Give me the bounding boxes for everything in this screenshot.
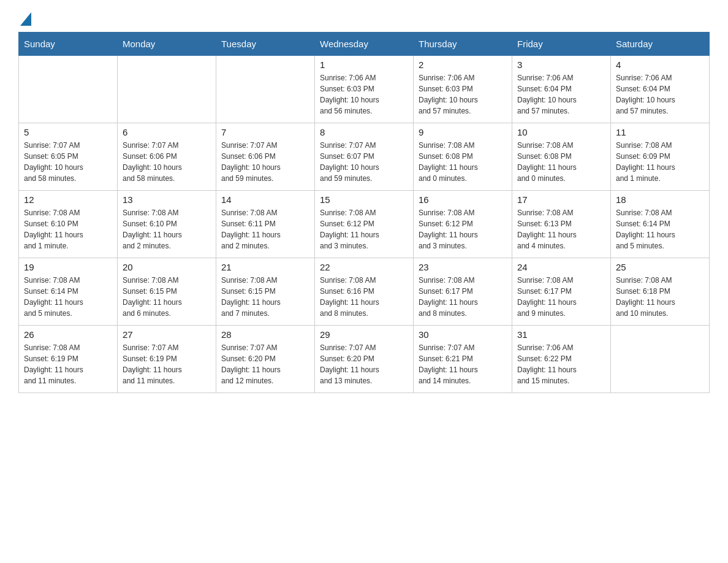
- day-info: Sunrise: 7:07 AMSunset: 6:06 PMDaylight:…: [123, 140, 211, 184]
- calendar-day-cell: 13Sunrise: 7:08 AMSunset: 6:10 PMDayligh…: [118, 191, 216, 258]
- col-header-friday: Friday: [512, 33, 611, 56]
- calendar-day-cell: 31Sunrise: 7:06 AMSunset: 6:22 PMDayligh…: [512, 326, 611, 393]
- calendar-table: SundayMondayTuesdayWednesdayThursdayFrid…: [18, 32, 710, 393]
- day-number: 30: [419, 329, 507, 340]
- calendar-day-cell: 23Sunrise: 7:08 AMSunset: 6:17 PMDayligh…: [414, 258, 512, 326]
- day-info: Sunrise: 7:08 AMSunset: 6:14 PMDaylight:…: [24, 275, 112, 319]
- day-info: Sunrise: 7:06 AMSunset: 6:04 PMDaylight:…: [517, 72, 605, 117]
- col-header-sunday: Sunday: [19, 33, 118, 56]
- calendar-day-cell: 7Sunrise: 7:07 AMSunset: 6:06 PMDaylight…: [216, 123, 315, 191]
- col-header-thursday: Thursday: [414, 33, 512, 56]
- day-number: 3: [517, 59, 605, 70]
- day-info: Sunrise: 7:07 AMSunset: 6:05 PMDaylight:…: [24, 140, 112, 184]
- day-number: 11: [616, 127, 704, 137]
- calendar-day-cell: 22Sunrise: 7:08 AMSunset: 6:16 PMDayligh…: [315, 258, 414, 326]
- svg-marker-0: [20, 12, 31, 26]
- calendar-week-row: 5Sunrise: 7:07 AMSunset: 6:05 PMDaylight…: [19, 123, 710, 191]
- calendar-week-row: 1Sunrise: 7:06 AMSunset: 6:03 PMDaylight…: [19, 56, 710, 123]
- calendar-day-cell: [19, 56, 118, 123]
- col-header-monday: Monday: [118, 33, 216, 56]
- calendar-day-cell: 2Sunrise: 7:06 AMSunset: 6:03 PMDaylight…: [414, 56, 512, 123]
- day-number: 17: [517, 194, 605, 205]
- logo: [18, 12, 31, 26]
- day-info: Sunrise: 7:08 AMSunset: 6:19 PMDaylight:…: [24, 342, 112, 386]
- day-info: Sunrise: 7:08 AMSunset: 6:18 PMDaylight:…: [616, 275, 704, 319]
- day-number: 2: [419, 59, 507, 70]
- day-number: 1: [320, 59, 408, 70]
- day-info: Sunrise: 7:07 AMSunset: 6:20 PMDaylight:…: [221, 342, 309, 386]
- day-number: 28: [221, 329, 309, 340]
- day-info: Sunrise: 7:06 AMSunset: 6:22 PMDaylight:…: [517, 342, 605, 386]
- day-info: Sunrise: 7:08 AMSunset: 6:15 PMDaylight:…: [123, 275, 211, 319]
- day-info: Sunrise: 7:08 AMSunset: 6:09 PMDaylight:…: [616, 140, 704, 184]
- day-number: 6: [123, 127, 211, 137]
- calendar-day-cell: 19Sunrise: 7:08 AMSunset: 6:14 PMDayligh…: [19, 258, 118, 326]
- day-info: Sunrise: 7:06 AMSunset: 6:04 PMDaylight:…: [616, 72, 704, 117]
- page-header: [18, 12, 710, 26]
- calendar-day-cell: 29Sunrise: 7:07 AMSunset: 6:20 PMDayligh…: [315, 326, 414, 393]
- day-number: 22: [320, 262, 408, 272]
- day-number: 26: [24, 329, 112, 340]
- calendar-day-cell: 18Sunrise: 7:08 AMSunset: 6:14 PMDayligh…: [611, 191, 710, 258]
- day-number: 20: [123, 262, 211, 272]
- calendar-day-cell: 30Sunrise: 7:07 AMSunset: 6:21 PMDayligh…: [414, 326, 512, 393]
- calendar-day-cell: 8Sunrise: 7:07 AMSunset: 6:07 PMDaylight…: [315, 123, 414, 191]
- day-info: Sunrise: 7:08 AMSunset: 6:16 PMDaylight:…: [320, 275, 408, 319]
- calendar-day-cell: 27Sunrise: 7:07 AMSunset: 6:19 PMDayligh…: [118, 326, 216, 393]
- day-info: Sunrise: 7:08 AMSunset: 6:12 PMDaylight:…: [419, 207, 507, 251]
- day-number: 31: [517, 329, 605, 340]
- day-info: Sunrise: 7:08 AMSunset: 6:13 PMDaylight:…: [517, 207, 605, 251]
- calendar-day-cell: 5Sunrise: 7:07 AMSunset: 6:05 PMDaylight…: [19, 123, 118, 191]
- calendar-day-cell: 10Sunrise: 7:08 AMSunset: 6:08 PMDayligh…: [512, 123, 611, 191]
- calendar-week-row: 26Sunrise: 7:08 AMSunset: 6:19 PMDayligh…: [19, 326, 710, 393]
- calendar-day-cell: 4Sunrise: 7:06 AMSunset: 6:04 PMDaylight…: [611, 56, 710, 123]
- day-number: 12: [24, 194, 112, 205]
- day-info: Sunrise: 7:08 AMSunset: 6:10 PMDaylight:…: [24, 207, 112, 251]
- calendar-day-cell: 20Sunrise: 7:08 AMSunset: 6:15 PMDayligh…: [118, 258, 216, 326]
- day-number: 15: [320, 194, 408, 205]
- calendar-day-cell: 16Sunrise: 7:08 AMSunset: 6:12 PMDayligh…: [414, 191, 512, 258]
- day-info: Sunrise: 7:07 AMSunset: 6:21 PMDaylight:…: [419, 342, 507, 386]
- day-info: Sunrise: 7:08 AMSunset: 6:17 PMDaylight:…: [517, 275, 605, 319]
- day-info: Sunrise: 7:08 AMSunset: 6:11 PMDaylight:…: [221, 207, 309, 251]
- day-number: 27: [123, 329, 211, 340]
- calendar-day-cell: 3Sunrise: 7:06 AMSunset: 6:04 PMDaylight…: [512, 56, 611, 123]
- calendar-day-cell: 17Sunrise: 7:08 AMSunset: 6:13 PMDayligh…: [512, 191, 611, 258]
- col-header-wednesday: Wednesday: [315, 33, 414, 56]
- day-info: Sunrise: 7:08 AMSunset: 6:08 PMDaylight:…: [517, 140, 605, 184]
- calendar-day-cell: 9Sunrise: 7:08 AMSunset: 6:08 PMDaylight…: [414, 123, 512, 191]
- day-info: Sunrise: 7:06 AMSunset: 6:03 PMDaylight:…: [320, 72, 408, 117]
- day-info: Sunrise: 7:07 AMSunset: 6:20 PMDaylight:…: [320, 342, 408, 386]
- day-info: Sunrise: 7:08 AMSunset: 6:12 PMDaylight:…: [320, 207, 408, 251]
- calendar-day-cell: 12Sunrise: 7:08 AMSunset: 6:10 PMDayligh…: [19, 191, 118, 258]
- day-info: Sunrise: 7:08 AMSunset: 6:17 PMDaylight:…: [419, 275, 507, 319]
- day-info: Sunrise: 7:07 AMSunset: 6:06 PMDaylight:…: [221, 140, 309, 184]
- day-info: Sunrise: 7:07 AMSunset: 6:19 PMDaylight:…: [123, 342, 211, 386]
- day-number: 18: [616, 194, 704, 205]
- day-number: 4: [616, 59, 704, 70]
- calendar-day-cell: 11Sunrise: 7:08 AMSunset: 6:09 PMDayligh…: [611, 123, 710, 191]
- day-number: 13: [123, 194, 211, 205]
- calendar-day-cell: 6Sunrise: 7:07 AMSunset: 6:06 PMDaylight…: [118, 123, 216, 191]
- calendar-day-cell: 28Sunrise: 7:07 AMSunset: 6:20 PMDayligh…: [216, 326, 315, 393]
- calendar-day-cell: 21Sunrise: 7:08 AMSunset: 6:15 PMDayligh…: [216, 258, 315, 326]
- calendar-day-cell: [611, 326, 710, 393]
- day-number: 7: [221, 127, 309, 137]
- calendar-day-cell: 14Sunrise: 7:08 AMSunset: 6:11 PMDayligh…: [216, 191, 315, 258]
- day-number: 23: [419, 262, 507, 272]
- calendar-day-cell: 1Sunrise: 7:06 AMSunset: 6:03 PMDaylight…: [315, 56, 414, 123]
- day-number: 10: [517, 127, 605, 137]
- day-number: 29: [320, 329, 408, 340]
- col-header-saturday: Saturday: [611, 33, 710, 56]
- day-info: Sunrise: 7:08 AMSunset: 6:10 PMDaylight:…: [123, 207, 211, 251]
- day-number: 21: [221, 262, 309, 272]
- day-number: 16: [419, 194, 507, 205]
- calendar-day-cell: 15Sunrise: 7:08 AMSunset: 6:12 PMDayligh…: [315, 191, 414, 258]
- calendar-day-cell: 24Sunrise: 7:08 AMSunset: 6:17 PMDayligh…: [512, 258, 611, 326]
- day-info: Sunrise: 7:06 AMSunset: 6:03 PMDaylight:…: [419, 72, 507, 117]
- day-info: Sunrise: 7:08 AMSunset: 6:14 PMDaylight:…: [616, 207, 704, 251]
- calendar-header-row: SundayMondayTuesdayWednesdayThursdayFrid…: [19, 33, 710, 56]
- day-info: Sunrise: 7:07 AMSunset: 6:07 PMDaylight:…: [320, 140, 408, 184]
- day-info: Sunrise: 7:08 AMSunset: 6:08 PMDaylight:…: [419, 140, 507, 184]
- day-number: 8: [320, 127, 408, 137]
